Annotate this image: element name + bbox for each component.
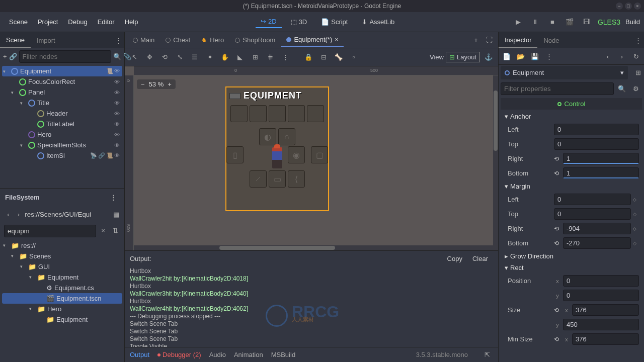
fs-grid-icon[interactable]: ▦ (112, 209, 120, 221)
fs-item[interactable]: ⚙Equipment.cs (2, 283, 122, 293)
fs-forward-button[interactable]: › (15, 209, 23, 221)
fs-menu-icon[interactable]: ⋮ (107, 192, 119, 204)
pause-button[interactable]: ⏸ (529, 16, 541, 28)
fs-item[interactable]: ▾📁Hero (2, 304, 122, 314)
insp-menu-icon[interactable]: ⋮ (632, 34, 644, 46)
tab-msbuild[interactable]: MSBuild (271, 351, 295, 358)
item-slot[interactable] (269, 105, 286, 122)
tab-inspector[interactable]: Inspector (499, 33, 537, 48)
property-value[interactable]: 376 (572, 304, 639, 316)
add-tab-button[interactable]: + (470, 34, 482, 46)
property-value[interactable]: 0 (554, 194, 631, 205)
insp-section[interactable]: ▾Anchor (501, 111, 642, 122)
property-value[interactable]: 0 (554, 208, 631, 220)
mode-2d[interactable]: ↪2D (256, 16, 282, 28)
item-slot[interactable] (250, 105, 267, 122)
fs-item[interactable]: ▾📁GUI (2, 261, 122, 272)
insp-section[interactable]: ▾Rect (501, 262, 642, 274)
snap-tool-icon[interactable]: ✦ (203, 51, 216, 64)
fs-back-button[interactable]: ‹ (4, 209, 13, 221)
filter-nodes-input[interactable] (19, 50, 111, 63)
insp-copy-icon[interactable]: ⋮ (543, 50, 555, 62)
insp-back-icon[interactable]: ‹ (602, 50, 614, 62)
insp-load-icon[interactable]: 📂 (515, 50, 527, 62)
tab-output[interactable]: Output (130, 351, 149, 358)
item-slot[interactable] (230, 105, 248, 122)
property-value[interactable]: 0 (554, 138, 639, 150)
layout-menu[interactable]: ⊞Layout (446, 52, 480, 62)
tab-debugger[interactable]: Debugger (2) (157, 351, 201, 358)
tree-node[interactable]: FocusColorRect👁 (2, 76, 122, 87)
scale-tool-icon[interactable]: ⤡ (173, 51, 186, 64)
property-value[interactable]: 450 (563, 319, 639, 330)
insp-extra-icon[interactable]: ⊞ (632, 67, 644, 79)
reset-icon[interactable]: ⟲ (554, 336, 561, 343)
fs-item[interactable]: 🎬Equipment.tscn (2, 293, 122, 304)
tab-node[interactable]: Node (537, 34, 565, 47)
reset-icon[interactable]: ⟲ (554, 225, 561, 232)
property-value[interactable]: 1 (563, 167, 639, 179)
property-value[interactable]: -904 (563, 223, 631, 234)
ring-slot[interactable]: ◐ (259, 128, 276, 145)
weapon-slot[interactable]: ⟋ (250, 170, 267, 188)
fs-sort-icon[interactable]: ⇅ (110, 225, 120, 237)
inspector-body[interactable]: ▾AnchorLeft0Top0Right⟲1Bottom⟲1▾MarginLe… (499, 111, 644, 362)
property-value[interactable]: 0 (563, 275, 639, 287)
tree-node[interactable]: ItemSl📡🔗📜👁 (2, 150, 122, 161)
zoom-out-button[interactable]: − (141, 80, 145, 88)
minimize-button[interactable]: − (616, 3, 623, 10)
reset-icon[interactable]: ⟲ (554, 170, 561, 177)
tree-node[interactable]: ▾Title👁 (2, 98, 122, 108)
tree-node[interactable]: Header👁 (2, 108, 122, 119)
fs-item[interactable]: ▾📁res:// (2, 240, 122, 251)
viewport[interactable]: 0500 0500 − 53 % + EQUIPMENT ◐∩ ◉ ▯▢ (125, 66, 498, 250)
pan-tool-icon[interactable]: ✋ (218, 51, 231, 64)
select-tool-icon[interactable]: ↖ (128, 51, 141, 64)
ruler-tool-icon[interactable]: ◣ (233, 51, 247, 64)
tab-audio[interactable]: Audio (209, 351, 226, 358)
hscroll-thumb[interactable] (219, 246, 335, 250)
menu-scene[interactable]: Scene (4, 15, 33, 29)
output-clear-button[interactable]: Clear (467, 253, 493, 264)
dock-menu-icon[interactable]: ⋮ (112, 34, 124, 46)
item-slot[interactable] (307, 105, 324, 122)
filter-properties-input[interactable] (501, 82, 614, 95)
spinner-icon[interactable]: ◇ (633, 197, 639, 202)
lock-icon[interactable]: 🔒 (302, 51, 315, 64)
insp-new-icon[interactable]: 📄 (501, 50, 513, 62)
view-menu[interactable]: View (430, 53, 444, 61)
menu-help[interactable]: Help (120, 15, 143, 29)
filesystem-tree[interactable]: ▾📁res://▾📁Scenes▾📁GUI▾📁Equipment⚙Equipme… (0, 239, 124, 363)
fs-item[interactable]: ▾📁Scenes (2, 251, 122, 261)
helm-slot[interactable]: ∩ (278, 128, 295, 145)
spinner-icon[interactable]: ◇ (633, 241, 639, 246)
mode-3d[interactable]: ⬚3D (286, 16, 312, 28)
scene-canvas[interactable]: EQUIPMENT ◐∩ ◉ ▯▢ ⟋▭⟨ (225, 86, 329, 211)
property-value[interactable]: 376 (572, 333, 639, 345)
viewport-hscroll[interactable] (134, 245, 498, 250)
reset-icon[interactable]: ⟲ (554, 155, 561, 162)
build-button[interactable]: Build (625, 18, 640, 26)
inspector-class[interactable]: Control (501, 98, 642, 110)
tree-node[interactable]: TitleLabel👁 (2, 119, 122, 129)
property-value[interactable]: 0 (554, 124, 639, 135)
doc-tab[interactable]: ShopRoom (230, 34, 280, 46)
item-slot[interactable] (288, 105, 305, 122)
armor-slot[interactable]: ▢ (311, 146, 328, 163)
fs-search-clear-icon[interactable]: × (98, 225, 108, 237)
fs-item[interactable]: 📁Equipment (2, 314, 122, 325)
mode-script[interactable]: 📄Script (316, 16, 353, 28)
stop-button[interactable]: ■ (546, 16, 558, 28)
menu-debug[interactable]: Debug (63, 15, 92, 29)
doc-tab[interactable]: ♞Hero (196, 34, 229, 46)
tab-animation[interactable]: Animation (234, 351, 263, 358)
spinner-icon[interactable]: ◇ (633, 226, 639, 231)
move-tool-icon[interactable]: ✥ (143, 51, 156, 64)
search-icon[interactable]: 🔍 (113, 51, 121, 63)
bow-slot[interactable]: ⟨ (288, 170, 305, 188)
menu-editor[interactable]: Editor (93, 15, 120, 29)
shield-slot[interactable]: ▯ (226, 146, 244, 163)
reset-icon[interactable]: ⟲ (554, 240, 561, 247)
tree-node[interactable]: ▾Equipment📜👁 (2, 66, 122, 76)
vscroll-thumb[interactable] (494, 90, 498, 151)
